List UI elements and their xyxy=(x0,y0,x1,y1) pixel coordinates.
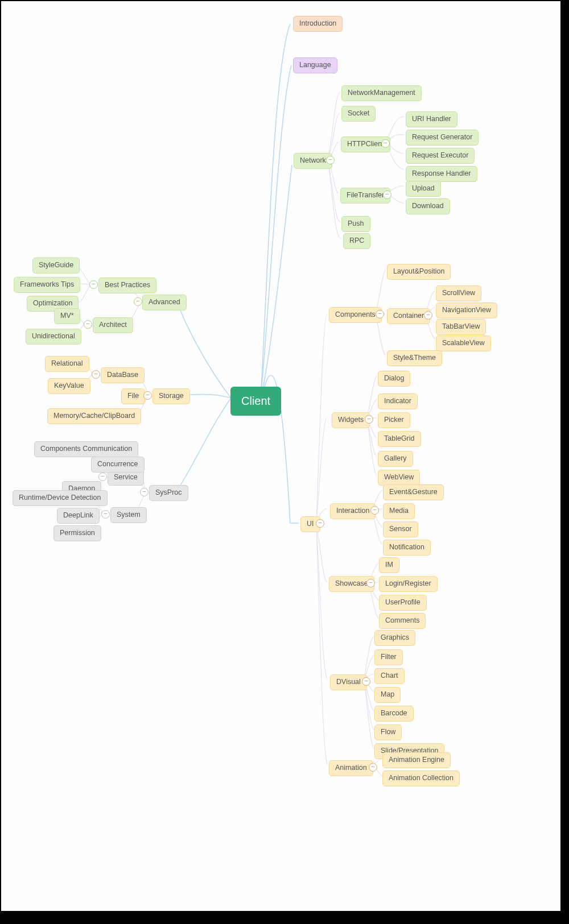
node-styleguide[interactable]: StyleGuide xyxy=(32,258,80,274)
node-request-executor[interactable]: Request Executor xyxy=(406,148,475,164)
node-webview[interactable]: WebView xyxy=(378,470,420,486)
node-storage[interactable]: Storage xyxy=(152,388,190,404)
node-advanced[interactable]: Advanced xyxy=(142,295,187,310)
node-socket[interactable]: Socket xyxy=(341,106,376,122)
node-notification[interactable]: Notification xyxy=(383,540,431,556)
node-push[interactable]: Push xyxy=(341,216,370,232)
toggle-best-practices[interactable]: − xyxy=(89,280,98,289)
node-tablegrid[interactable]: TableGrid xyxy=(378,431,421,447)
node-graphics[interactable]: Graphics xyxy=(374,630,415,646)
node-deeplink[interactable]: DeepLink xyxy=(57,508,100,524)
node-navview[interactable]: NavigationView xyxy=(436,303,497,318)
node-im[interactable]: IM xyxy=(379,557,399,573)
node-language[interactable]: Language xyxy=(293,57,337,73)
node-tabbarview[interactable]: TabBarView xyxy=(436,319,486,335)
node-sensor[interactable]: Sensor xyxy=(383,521,418,537)
node-layoutpos[interactable]: Layout&Position xyxy=(387,264,451,280)
node-indicator[interactable]: Indicator xyxy=(378,393,418,409)
toggle-service[interactable]: − xyxy=(98,473,107,481)
node-runtime[interactable]: Runtime/Device Detection xyxy=(13,490,108,506)
node-system[interactable]: System xyxy=(110,507,147,523)
toggle-architect[interactable]: − xyxy=(84,320,92,329)
node-barcode[interactable]: Barcode xyxy=(374,706,414,722)
toggle-components[interactable]: − xyxy=(376,310,384,318)
node-file[interactable]: File xyxy=(121,388,145,404)
node-picker[interactable]: Picker xyxy=(378,412,410,428)
node-filter[interactable]: Filter xyxy=(374,649,403,665)
node-sysproc[interactable]: SysProc xyxy=(149,485,188,501)
node-request-generator[interactable]: Request Generator xyxy=(406,130,479,146)
node-login[interactable]: Login/Register xyxy=(379,576,438,592)
node-frameworks-tips[interactable]: Frameworks Tips xyxy=(14,277,80,293)
node-animation[interactable]: Animation xyxy=(329,760,373,776)
toggle-interaction[interactable]: − xyxy=(370,506,379,515)
toggle-storage[interactable]: − xyxy=(143,391,152,400)
node-networkmanagement[interactable]: NetworkManagement xyxy=(341,85,422,101)
node-relational[interactable]: Relational xyxy=(45,356,89,372)
node-download[interactable]: Download xyxy=(406,198,450,214)
toggle-dvisual[interactable]: − xyxy=(362,677,370,686)
node-map[interactable]: Map xyxy=(374,687,401,703)
toggle-widgets[interactable]: − xyxy=(365,415,373,424)
node-flow[interactable]: Flow xyxy=(374,724,402,740)
node-styletheme[interactable]: Style&Theme xyxy=(387,350,442,366)
node-compcomm[interactable]: Components Communication xyxy=(34,441,138,457)
node-best-practices[interactable]: Best Practices xyxy=(98,277,156,293)
toggle-ui[interactable]: − xyxy=(316,519,324,528)
node-userprofile[interactable]: UserProfile xyxy=(379,595,427,611)
node-uri-handler[interactable]: URI Handler xyxy=(406,111,457,127)
node-dialog[interactable]: Dialog xyxy=(378,371,410,387)
node-event[interactable]: Event&Gesture xyxy=(383,484,444,500)
node-scalableview[interactable]: ScalableView xyxy=(436,335,491,351)
toggle-container[interactable]: − xyxy=(424,311,432,320)
node-comments[interactable]: Comments xyxy=(379,613,426,629)
mindmap-canvas: Client Introduction Language Network − N… xyxy=(0,0,569,924)
toggle-httpclient[interactable]: − xyxy=(381,139,390,148)
toggle-network[interactable]: − xyxy=(326,156,335,164)
node-keyvalue[interactable]: KeyValue xyxy=(48,378,90,394)
node-concurrence[interactable]: Concurrence xyxy=(91,457,145,473)
toggle-sysproc[interactable]: − xyxy=(140,488,149,496)
node-interaction[interactable]: Interaction xyxy=(330,503,376,519)
toggle-animation[interactable]: − xyxy=(369,763,377,772)
toggle-database[interactable]: − xyxy=(92,370,100,379)
node-database[interactable]: DataBase xyxy=(101,367,145,383)
toggle-advanced[interactable]: − xyxy=(134,297,142,306)
node-permission[interactable]: Permission xyxy=(53,525,101,541)
node-rpc[interactable]: RPC xyxy=(343,233,370,249)
node-architect[interactable]: Architect xyxy=(93,317,133,333)
root-node-client[interactable]: Client xyxy=(230,387,281,416)
node-unidirectional[interactable]: Unidirectional xyxy=(26,329,81,345)
node-introduction[interactable]: Introduction xyxy=(293,16,343,32)
node-memcache[interactable]: Memory/Cache/ClipBoard xyxy=(47,408,141,424)
node-response-handler[interactable]: Response Handler xyxy=(406,166,477,182)
node-widgets[interactable]: Widgets xyxy=(332,412,370,428)
node-media[interactable]: Media xyxy=(383,503,415,519)
node-anim-engine[interactable]: Animation Engine xyxy=(382,752,451,768)
toggle-showcase[interactable]: − xyxy=(366,579,375,587)
node-gallery[interactable]: Gallery xyxy=(378,451,413,467)
node-anim-coll[interactable]: Animation Collection xyxy=(382,770,460,786)
node-scrollview[interactable]: ScrollView xyxy=(436,285,481,301)
toggle-system[interactable]: − xyxy=(101,510,110,519)
node-mv[interactable]: MV* xyxy=(54,308,80,324)
node-chart[interactable]: Chart xyxy=(374,668,405,684)
toggle-filetransfer[interactable]: − xyxy=(383,190,391,199)
node-upload[interactable]: Upload xyxy=(406,181,441,197)
node-components[interactable]: Components xyxy=(329,307,382,323)
